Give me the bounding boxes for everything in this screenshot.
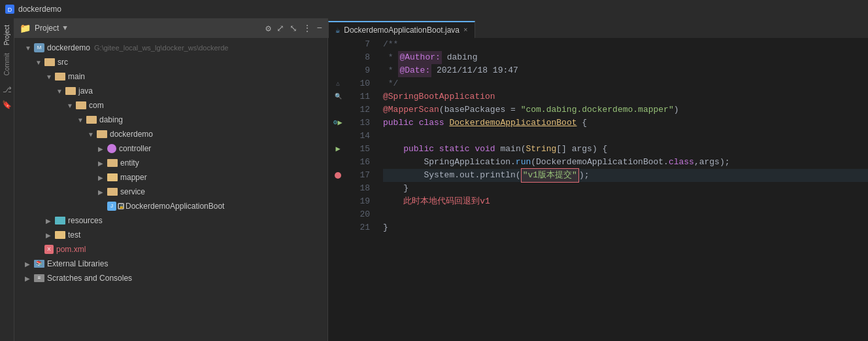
tree-item-label: External Libraries xyxy=(47,259,108,268)
module-icon: M xyxy=(34,43,44,52)
folder-icon-entity xyxy=(107,159,118,167)
editor-tab[interactable]: ☕ DockerdemoApplicationBoot.java × xyxy=(328,21,475,38)
sidebar-item-commit[interactable]: Commit xyxy=(2,49,12,79)
libs-icon: 📚 xyxy=(34,260,44,268)
settings-icon[interactable]: ⚙ xyxy=(265,23,271,34)
ln-18: 18 xyxy=(348,182,375,195)
tree-item-label: Scratches and Consoles xyxy=(47,274,132,283)
tree-item-label: dockerdemo xyxy=(110,130,153,139)
tree-item-com[interactable]: com xyxy=(14,98,327,113)
gutter-18 xyxy=(328,182,348,195)
search-icon: 🔍 xyxy=(335,90,342,103)
tab-close-button[interactable]: × xyxy=(463,26,468,34)
code-line-9: * @Date: 2021/11/18 19:47 xyxy=(383,64,868,77)
tree-item-src[interactable]: src xyxy=(14,55,327,69)
ln-19: 19 xyxy=(348,195,375,208)
tree-arrow xyxy=(46,73,55,81)
tree-arrow xyxy=(98,145,107,153)
java-file-icon: J xyxy=(107,202,116,211)
tree-item-service[interactable]: service xyxy=(14,185,327,199)
tree-item-label: java xyxy=(78,86,93,96)
title-bar: D dockerdemo xyxy=(0,0,868,18)
tree-item-mapper[interactable]: mapper xyxy=(14,170,327,185)
breakpoint-17[interactable] xyxy=(335,172,341,179)
gutter-15[interactable]: ▶ xyxy=(328,143,348,156)
code-line-17: System.out.println("v1版本提交"); xyxy=(383,169,868,182)
tree-item-label: main xyxy=(68,72,85,81)
code-line-12: @MapperScan(basePackages = "com.dabing.d… xyxy=(383,103,868,117)
tree-item-java[interactable]: java xyxy=(14,84,327,98)
folder-icon-pkg xyxy=(97,130,107,138)
folder-icon-com xyxy=(76,101,86,109)
gutter-17 xyxy=(328,169,348,182)
tree-item-pom[interactable]: X pom.xml xyxy=(14,242,327,257)
tree-arrow xyxy=(88,131,97,138)
tree-arrow xyxy=(77,117,86,124)
tree-item-dockerdemo-root[interactable]: M dockerdemo G:\gitee_local_ws_lg\docker… xyxy=(14,41,327,55)
gutter-11: 🔍 xyxy=(328,90,348,103)
folder-icon-main xyxy=(55,73,65,81)
gutter-12 xyxy=(328,103,348,117)
bookmark-icon[interactable]: 🔖 xyxy=(2,100,12,110)
run-icon-15[interactable]: ▶ xyxy=(335,143,340,156)
tree-item-main[interactable]: main xyxy=(14,69,327,84)
tree-item-test[interactable]: test xyxy=(14,228,327,242)
folder-icon-mapper xyxy=(107,173,118,181)
tree-item-label: dabing xyxy=(99,115,123,124)
lock-icon: 🔒 xyxy=(118,203,124,209)
gutter-13[interactable]: ⚙ ▶ xyxy=(328,117,348,130)
tree-item-main-class[interactable]: J 🔒 DockerdemoApplicationBoot xyxy=(14,199,327,213)
tree-item-dabing[interactable]: dabing xyxy=(14,113,327,127)
tree-item-ext-libs[interactable]: 📚 External Libraries xyxy=(14,257,327,271)
tree-item-scratches[interactable]: ≡ Scratches and Consoles xyxy=(14,271,327,285)
code-line-13: public class DockerdemoApplicationBoot { xyxy=(383,117,868,130)
ln-12: 12 xyxy=(348,103,375,117)
tree-item-label: test xyxy=(68,230,80,240)
ln-17: 17 xyxy=(348,169,375,182)
code-area: △ 🔍 ⚙ ▶ ▶ xyxy=(328,38,868,341)
folder-icon-header: 📁 xyxy=(20,23,31,34)
tree-arrow xyxy=(25,275,34,282)
gutter-19 xyxy=(328,195,348,208)
ln-14: 14 xyxy=(348,130,375,143)
tree-item-controller[interactable]: controller xyxy=(14,141,327,156)
more-icon[interactable]: ⋮ xyxy=(303,23,312,34)
gutter-14 xyxy=(328,130,348,143)
run-icon-13[interactable]: ▶ xyxy=(337,117,342,130)
tree-arrow xyxy=(25,45,34,52)
tree-item-dockerdemo-pkg[interactable]: dockerdemo xyxy=(14,127,327,141)
app-icon: D xyxy=(5,5,14,14)
folder-icon-java xyxy=(65,87,76,95)
tree-arrow xyxy=(98,188,107,196)
ln-10: 10 xyxy=(348,77,375,90)
gutter-8 xyxy=(328,51,348,64)
code-line-10: */ xyxy=(383,77,868,90)
code-line-21: } xyxy=(383,221,868,234)
tree-arrow xyxy=(35,59,44,66)
tree-item-label: entity xyxy=(120,158,139,168)
folder-icon-test xyxy=(55,231,65,239)
tree-item-entity[interactable]: entity xyxy=(14,156,327,170)
dropdown-arrow[interactable]: ▼ xyxy=(63,24,67,32)
git-icon[interactable]: ⎇ xyxy=(3,85,12,95)
scratches-icon: ≡ xyxy=(34,274,44,282)
code-editor: ☕ DockerdemoApplicationBoot.java × △ 🔍 xyxy=(328,18,868,341)
sidebar-item-project[interactable]: Project xyxy=(2,21,12,49)
tree-item-path: G:\gitee_local_ws_lg\docker_ws\dockerde xyxy=(94,44,228,52)
tree-item-label: pom.xml xyxy=(56,245,86,254)
ln-9: 9 xyxy=(348,64,375,77)
expand-icon[interactable]: ⤢ xyxy=(276,23,284,34)
gutter-area: △ 🔍 ⚙ ▶ ▶ xyxy=(328,38,348,341)
folder-icon-service xyxy=(107,188,118,196)
tab-java-icon: ☕ xyxy=(335,26,340,35)
tree-item-label: src xyxy=(58,58,68,67)
tree-arrow xyxy=(46,217,55,224)
collapse-icon[interactable]: ⤡ xyxy=(290,23,297,34)
code-line-19: 此时本地代码回退到v1 xyxy=(383,195,868,208)
tree-arrow xyxy=(67,102,76,109)
ln-13: 13 xyxy=(348,117,375,130)
tree-item-label: com xyxy=(89,101,104,110)
code-line-8: * @Author: dabing xyxy=(383,51,868,64)
minimize-icon[interactable]: − xyxy=(317,23,322,33)
tree-item-resources[interactable]: resources xyxy=(14,213,327,228)
